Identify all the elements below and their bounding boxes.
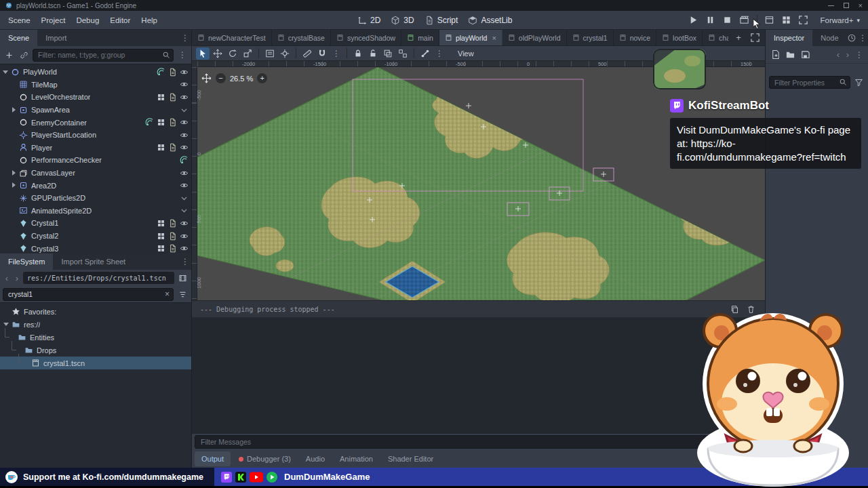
scene-tab-novice[interactable]: novice: [614, 30, 656, 45]
inspector-filter-input[interactable]: [769, 76, 850, 89]
new-resource-button[interactable]: [768, 48, 782, 62]
node-script-button[interactable]: [167, 92, 177, 102]
filesystem-row[interactable]: Favorites:: [0, 305, 191, 318]
node-groups-button[interactable]: [155, 92, 165, 102]
expand-arrow-icon[interactable]: [10, 106, 18, 114]
menu-help[interactable]: Help: [136, 11, 163, 29]
node-groups-button[interactable]: [155, 117, 165, 127]
scene-tree-row[interactable]: PlayWorld: [0, 66, 191, 79]
bottom-tab-audio[interactable]: Audio: [299, 451, 332, 466]
run-editor-layout-button[interactable]: [796, 14, 811, 27]
filter-messages-input[interactable]: [195, 435, 762, 449]
instance-scene-button[interactable]: [18, 49, 30, 61]
scene-dock-dock-menu-button[interactable]: ⋮: [179, 30, 191, 46]
scene-tab-characterbase[interactable]: characterBase: [703, 30, 728, 45]
history-back-button[interactable]: ‹: [834, 49, 842, 60]
zoom-level[interactable]: 26.5 %: [230, 75, 253, 83]
current-path[interactable]: res://Entities/Drops/crystal1.tscn: [23, 272, 174, 284]
node-eye-button[interactable]: [178, 67, 189, 77]
magnet-tool-button[interactable]: [315, 47, 329, 60]
filesystem-tab-import-sprite-sheet[interactable]: Import Sprite Sheet: [53, 253, 134, 270]
node-signal-button[interactable]: [144, 117, 154, 127]
node-eye-button[interactable]: [178, 180, 189, 190]
node-signal-button[interactable]: [155, 67, 165, 77]
scene-tab-crystal1[interactable]: crystal1: [567, 30, 614, 45]
pivot-tool-button[interactable]: [278, 47, 292, 60]
scale-tool-button[interactable]: [241, 47, 254, 60]
history-button[interactable]: [847, 30, 858, 46]
filesystem-row[interactable]: res://: [0, 318, 191, 331]
nav-back-button[interactable]: ‹: [3, 273, 11, 283]
inspector-dock-menu-button[interactable]: ⋮: [857, 30, 868, 46]
node-script-button[interactable]: [167, 117, 177, 127]
menu-debug[interactable]: Debug: [71, 11, 104, 29]
node-eye-button[interactable]: [178, 92, 189, 102]
scene-tree-row[interactable]: Crystal2: [0, 230, 191, 243]
node-script-button[interactable]: [167, 243, 177, 253]
filesystem-row[interactable]: Drops: [0, 344, 191, 357]
node-script-button[interactable]: [167, 218, 177, 228]
group-tool-button[interactable]: [381, 47, 395, 60]
scene-tree-row[interactable]: GPUParticles2D: [0, 192, 191, 205]
lock-tool-button[interactable]: [351, 47, 365, 60]
menu-editor[interactable]: Editor: [104, 11, 136, 29]
run-movie-button[interactable]: [737, 14, 752, 27]
filesystem-row[interactable]: crystal1.tscn: [0, 357, 191, 369]
screen-tab-assetlib[interactable]: AssetLib: [468, 16, 512, 25]
save-resource-button[interactable]: [798, 48, 812, 62]
screen-tab-script[interactable]: Script: [425, 16, 458, 25]
zoom-in-button[interactable]: +: [257, 73, 267, 83]
bottom-tab-animation[interactable]: Animation: [333, 451, 380, 466]
nav-forward-button[interactable]: ›: [13, 273, 21, 283]
screen-tab-3d[interactable]: 3D: [391, 16, 414, 25]
object-options-button[interactable]: ⋮: [853, 50, 865, 60]
filesystem-tab-filesystem[interactable]: FileSystem: [0, 253, 53, 270]
scene-tree-row[interactable]: Crystal1: [0, 217, 191, 230]
load-resource-button[interactable]: [783, 48, 797, 62]
node-script-button[interactable]: [167, 67, 177, 77]
maximize-button[interactable]: [844, 3, 849, 8]
node-chevron-button[interactable]: [178, 205, 189, 216]
scene-tree-row[interactable]: CanvasLayer: [0, 167, 191, 180]
node-eye-button[interactable]: [178, 231, 189, 241]
node-eye-button[interactable]: [178, 218, 189, 228]
scene-dock-tab-import[interactable]: Import: [37, 30, 75, 46]
scene-tree-row[interactable]: AnimatedSprite2D: [0, 205, 191, 218]
run-game-view-button[interactable]: [779, 14, 794, 27]
scene-tab-main[interactable]: main: [401, 30, 439, 45]
add-node-button[interactable]: [3, 49, 15, 61]
add-scene-tab-button[interactable]: +: [731, 31, 746, 45]
zoom-out-button[interactable]: −: [216, 73, 226, 83]
node-eye-button[interactable]: [178, 79, 189, 89]
snap-options-menu-button[interactable]: ⋮: [330, 49, 342, 58]
inspector-tab-node[interactable]: Node: [812, 30, 846, 46]
select-tool-button[interactable]: [196, 47, 210, 60]
node-eye-button[interactable]: [178, 142, 189, 152]
minimize-button[interactable]: [828, 5, 834, 6]
scene-tab-lootbox[interactable]: lootBox: [656, 30, 703, 45]
node-chevron-button[interactable]: [178, 193, 189, 203]
node-eye-button[interactable]: [178, 130, 189, 140]
collapse-arrow-icon[interactable]: [3, 321, 10, 328]
expand-arrow-icon[interactable]: [10, 182, 18, 189]
clear-search-button[interactable]: ×: [165, 289, 170, 299]
history-forward-button[interactable]: ›: [844, 49, 852, 60]
bone-tool-button[interactable]: [418, 47, 432, 60]
scene-preview-minimap[interactable]: [653, 49, 706, 89]
view-menu-button[interactable]: View: [454, 49, 478, 58]
scene-tree-row[interactable]: PerformanceChecker: [0, 154, 191, 167]
menu-project[interactable]: Project: [36, 11, 71, 29]
scene-tree-row[interactable]: TileMap: [0, 79, 191, 92]
run-pause-button[interactable]: [703, 14, 718, 27]
scene-tree-menu-button[interactable]: ⋮: [176, 50, 189, 60]
node-chevron-button[interactable]: [178, 105, 189, 115]
renderer-dropdown[interactable]: Forward+ ▾: [815, 16, 865, 24]
close-window-button[interactable]: ×: [859, 2, 863, 9]
screen-tab-2d[interactable]: 2D: [357, 16, 380, 25]
node-script-button[interactable]: [167, 142, 177, 152]
node-groups-button[interactable]: [155, 231, 165, 241]
move-tool-button[interactable]: [211, 47, 224, 60]
toggle-split-mode-button[interactable]: [176, 272, 189, 284]
menu-scene[interactable]: Scene: [3, 11, 36, 29]
scene-tab-crystalbase[interactable]: crystalBase: [272, 30, 331, 45]
